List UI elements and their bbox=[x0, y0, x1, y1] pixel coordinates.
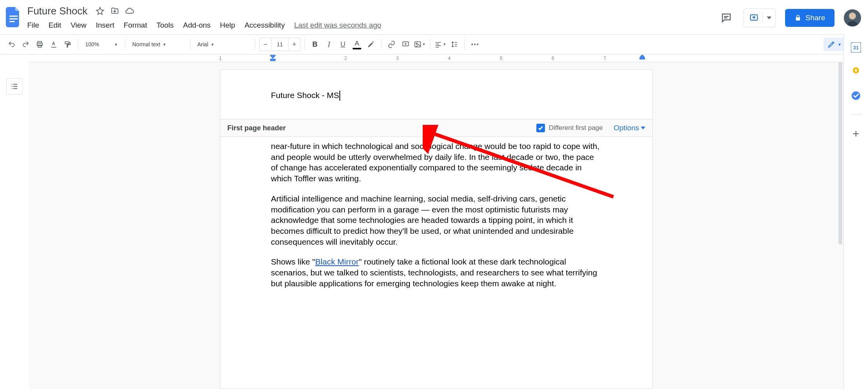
last-edit-link[interactable]: Last edit was seconds ago bbox=[294, 21, 381, 30]
menu-insert[interactable]: Insert bbox=[91, 19, 119, 32]
svg-point-5 bbox=[849, 12, 856, 19]
text-color-button[interactable]: A bbox=[351, 38, 363, 51]
body-paragraph[interactable]: Shows like "Black Mirror" routinely take… bbox=[271, 256, 602, 289]
share-button[interactable]: Share bbox=[785, 9, 835, 27]
menu-accessibility[interactable]: Accessibility bbox=[240, 19, 289, 32]
font-size-value[interactable]: 11 bbox=[271, 39, 288, 50]
menu-addons[interactable]: Add-ons bbox=[178, 19, 215, 32]
align-button[interactable]: ▼ bbox=[434, 38, 446, 51]
text-cursor bbox=[339, 91, 340, 101]
menu-help[interactable]: Help bbox=[215, 19, 240, 32]
editing-mode-button[interactable]: ▼ bbox=[824, 38, 845, 51]
menu-bar: File Edit View Insert Format Tools Add-o… bbox=[25, 18, 381, 33]
left-gutter bbox=[0, 55, 29, 389]
svg-rect-19 bbox=[855, 74, 857, 75]
zoom-select[interactable]: 100%▼ bbox=[82, 38, 121, 51]
highlight-button[interactable] bbox=[365, 38, 377, 51]
work-area: 1 2 3 4 5 6 7 bbox=[0, 55, 844, 389]
svg-rect-10 bbox=[415, 42, 420, 47]
svg-rect-2 bbox=[9, 21, 15, 22]
svg-rect-0 bbox=[9, 16, 18, 17]
caret-down-icon bbox=[641, 126, 645, 130]
pencil-icon bbox=[828, 40, 835, 48]
svg-rect-15 bbox=[270, 59, 276, 61]
page-header-area[interactable]: Future Shock - MS bbox=[220, 70, 652, 119]
paint-format-button[interactable] bbox=[61, 38, 74, 51]
outline-toggle-button[interactable] bbox=[6, 78, 23, 95]
header-text[interactable]: Future Shock - MS bbox=[271, 91, 339, 100]
share-label: Share bbox=[805, 14, 825, 22]
svg-point-20 bbox=[855, 69, 857, 72]
spellcheck-button[interactable] bbox=[47, 38, 60, 51]
different-first-page-checkbox[interactable] bbox=[536, 124, 545, 132]
menu-tools[interactable]: Tools bbox=[152, 19, 178, 32]
side-panel: 31 + bbox=[843, 34, 868, 389]
calendar-addon-icon[interactable]: 31 bbox=[850, 42, 861, 53]
toolbar: 100%▼ Normal text▼ Arial▼ − 11 + B I U A… bbox=[0, 34, 868, 54]
star-icon[interactable] bbox=[95, 6, 105, 16]
comments-button[interactable] bbox=[719, 10, 734, 26]
menu-format[interactable]: Format bbox=[119, 19, 152, 32]
left-indent-marker[interactable] bbox=[270, 55, 276, 61]
menu-file[interactable]: File bbox=[25, 19, 44, 32]
vertical-scrollbar[interactable] bbox=[838, 62, 843, 387]
docs-logo[interactable] bbox=[4, 5, 23, 29]
line-spacing-button[interactable] bbox=[448, 38, 460, 51]
title-bar: Future Shock File Edit View Insert Forma… bbox=[0, 0, 868, 34]
header-options-bar: First page header Different first page O… bbox=[220, 119, 652, 137]
horizontal-ruler[interactable]: 1 2 3 4 5 6 7 bbox=[29, 55, 844, 62]
print-button[interactable] bbox=[33, 38, 46, 51]
scrollbar-thumb[interactable] bbox=[838, 62, 842, 245]
menu-edit[interactable]: Edit bbox=[44, 19, 66, 32]
document-body[interactable]: near-future in which technological and s… bbox=[220, 137, 652, 314]
add-addon-button[interactable]: + bbox=[852, 128, 859, 140]
different-first-page-label[interactable]: Different first page bbox=[549, 124, 603, 132]
present-dropdown[interactable] bbox=[743, 9, 776, 27]
right-indent-marker[interactable] bbox=[640, 55, 645, 60]
italic-button[interactable]: I bbox=[323, 38, 335, 51]
keep-addon-icon[interactable] bbox=[850, 66, 861, 77]
header-options-link[interactable]: Options bbox=[614, 124, 645, 132]
paragraph-style-select[interactable]: Normal text▼ bbox=[129, 38, 186, 51]
lock-icon bbox=[794, 14, 801, 21]
svg-point-14 bbox=[477, 44, 478, 45]
font-size-increase[interactable]: + bbox=[288, 39, 300, 50]
underline-button[interactable]: U bbox=[337, 38, 349, 51]
insert-image-button[interactable]: ▼ bbox=[413, 38, 426, 51]
menu-view[interactable]: View bbox=[66, 19, 91, 32]
cloud-status-icon[interactable] bbox=[125, 6, 134, 16]
account-avatar[interactable] bbox=[844, 9, 861, 26]
black-mirror-link[interactable]: Black Mirror bbox=[315, 257, 359, 266]
font-select[interactable]: Arial▼ bbox=[194, 38, 251, 51]
svg-point-13 bbox=[474, 44, 476, 45]
caret-down-icon bbox=[767, 16, 771, 20]
document-page[interactable]: Future Shock - MS First page header Diff… bbox=[220, 69, 653, 389]
svg-rect-1 bbox=[9, 18, 18, 19]
body-paragraph[interactable]: near-future in which technological and s… bbox=[271, 141, 602, 184]
check-icon bbox=[538, 125, 544, 131]
font-size-group: − 11 + bbox=[259, 38, 300, 51]
insert-link-button[interactable] bbox=[385, 38, 398, 51]
svg-point-11 bbox=[416, 43, 417, 44]
document-title[interactable]: Future Shock bbox=[25, 4, 90, 18]
document-scroll-area[interactable]: 1 2 3 4 5 6 7 bbox=[29, 55, 844, 389]
svg-point-12 bbox=[471, 44, 473, 45]
header-section-label: First page header bbox=[227, 124, 286, 132]
move-icon[interactable] bbox=[110, 6, 119, 16]
body-paragraph[interactable]: Artificial intelligence and machine lear… bbox=[271, 193, 602, 247]
more-toolbar-button[interactable] bbox=[469, 38, 481, 51]
redo-button[interactable] bbox=[19, 38, 32, 51]
tasks-addon-icon[interactable] bbox=[850, 90, 861, 101]
bold-button[interactable]: B bbox=[309, 38, 321, 51]
undo-button[interactable] bbox=[5, 38, 18, 51]
font-size-decrease[interactable]: − bbox=[260, 39, 271, 50]
insert-comment-button[interactable] bbox=[399, 38, 412, 51]
svg-text:31: 31 bbox=[853, 45, 859, 51]
